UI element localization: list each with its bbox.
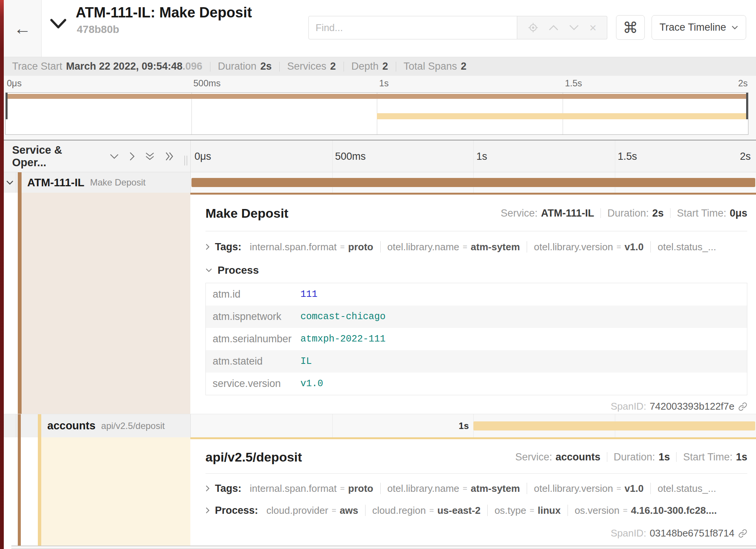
kv-value: IL [300, 356, 312, 367]
trace-view-dropdown[interactable]: Trace Timeline [652, 15, 746, 40]
process-label: Process: [215, 505, 258, 516]
process-key: cloud.provider [266, 505, 328, 516]
trace-view-dropdown-label: Trace Timeline [660, 22, 726, 33]
prev-match-icon[interactable] [549, 25, 558, 31]
tag-key: otel.library.version [534, 241, 613, 253]
minimap-span-bar-atm [6, 94, 748, 99]
link-icon[interactable] [738, 529, 747, 538]
tag-key-truncated: otel.status_... [658, 241, 716, 253]
gridline [191, 93, 192, 134]
tags-row: Tags: internal.span.format = proto otel.… [205, 482, 747, 495]
chevron-right-icon [205, 507, 210, 514]
table-row: atm.serialnumber atmxph-2022-111 [206, 328, 747, 350]
service-operation-header[interactable]: Service & Oper... [12, 144, 96, 169]
service-label: Service: [501, 207, 538, 219]
tag-value: v1.0 [624, 241, 644, 253]
title-collapse-chevron[interactable] [50, 18, 68, 33]
scrubber-right-handle[interactable] [746, 93, 748, 119]
gridline [332, 414, 333, 437]
duration-value: 2s [652, 207, 664, 219]
table-row: service.version v1.0 [206, 373, 747, 395]
services-value: 2 [330, 61, 336, 72]
chevron-down-icon [731, 25, 738, 30]
span-detail-meta: Service: accounts Duration: 1s Start Tim… [515, 451, 747, 463]
tag-key: internal.span.format [250, 241, 337, 253]
expand-all-icon[interactable] [165, 151, 174, 161]
depth-value: 2 [383, 61, 388, 72]
collapse-children-chevron[interactable] [4, 172, 16, 193]
process-value: linux [538, 505, 561, 516]
table-row: atm.id 111 [206, 283, 747, 306]
divider [527, 483, 527, 494]
kv-key: service.version [206, 378, 300, 390]
span-color-strip [38, 414, 41, 437]
tags-label: Tags: [215, 241, 241, 253]
trace-start-label: Trace Start [12, 61, 62, 72]
minimap-canvas[interactable] [5, 92, 748, 135]
divider [396, 62, 396, 72]
equals-sign: = [463, 484, 467, 493]
kv-value: v1.0 [300, 378, 323, 389]
span-bar-atm[interactable] [191, 178, 755, 187]
back-button[interactable]: ← [4, 0, 42, 57]
keyboard-shortcuts-button[interactable]: ⌘ [616, 15, 645, 40]
gridline [615, 140, 615, 172]
locate-icon[interactable] [528, 22, 538, 33]
tags-expander[interactable] [205, 485, 210, 492]
scrubber-left-handle[interactable] [6, 93, 8, 119]
duration-value: 2s [260, 61, 272, 72]
span-timeline-cell[interactable]: 1s [190, 414, 756, 437]
equals-sign: = [616, 484, 621, 493]
find-input[interactable] [308, 16, 517, 39]
divider [205, 231, 747, 231]
spanid-value: 742003393b122f7e [650, 401, 734, 412]
link-icon[interactable] [738, 402, 747, 411]
chevron-down-icon [6, 180, 14, 185]
process-expander[interactable] [205, 507, 210, 514]
span-name-cell[interactable]: ATM-111-IL Make Deposit [4, 172, 190, 193]
equals-sign: = [616, 242, 621, 251]
span-detail-title: Make Deposit [205, 206, 288, 221]
minimap-span-bar-accounts [377, 113, 748, 119]
kv-value: comcast-chicago [300, 311, 386, 322]
collapse-all-icon[interactable] [145, 151, 155, 161]
expand-one-icon[interactable] [129, 151, 135, 161]
page-title: ATM-111-IL: Make Deposit [76, 5, 252, 21]
tag-key: otel.library.name [387, 241, 459, 253]
collapse-one-icon[interactable] [109, 153, 119, 159]
span-color-strip [18, 172, 22, 193]
span-timeline-cell[interactable] [190, 172, 756, 193]
parent-span-guide [18, 437, 21, 546]
span-name-cell[interactable]: accounts api/v2.5/deposit [4, 414, 190, 437]
divider [380, 483, 381, 494]
process-expander[interactable]: Process [205, 264, 747, 277]
next-match-icon[interactable] [569, 25, 579, 31]
span-row-accounts[interactable]: accounts api/v2.5/deposit 1s [4, 414, 756, 437]
divider [344, 62, 344, 72]
find-bar: × [308, 16, 607, 39]
tick-label: 0μs [194, 150, 211, 162]
divider [650, 241, 651, 253]
span-bar-accounts[interactable] [473, 421, 755, 430]
service-value: ATM-111-IL [541, 207, 594, 219]
equals-sign: = [623, 506, 627, 515]
clear-search-icon[interactable]: × [590, 22, 597, 34]
column-resize-handle[interactable] [184, 147, 187, 165]
divider [607, 452, 607, 462]
duration-label: Duration: [607, 207, 649, 219]
tick-label: 1s [379, 78, 389, 89]
equals-sign: = [530, 506, 534, 515]
span-detail-panel: Make Deposit Service: ATM-111-IL Duratio… [190, 193, 756, 414]
equals-sign: = [331, 506, 336, 515]
span-table-header: Service & Oper... 0μs 500ms 1s 1.5s 2s [4, 140, 756, 172]
command-icon: ⌘ [623, 19, 638, 36]
spanid-label: SpanID: [611, 401, 646, 412]
span-operation: api/v2.5/deposit [101, 421, 165, 431]
kv-value: atmxph-2022-111 [300, 334, 386, 345]
tags-label: Tags: [215, 483, 241, 494]
tags-expander[interactable] [205, 243, 210, 250]
divider [527, 241, 527, 253]
kv-key: atm.serialnumber [206, 333, 300, 345]
tag-key: otel.library.version [534, 483, 613, 494]
span-row-atm[interactable]: ATM-111-IL Make Deposit [4, 172, 756, 193]
